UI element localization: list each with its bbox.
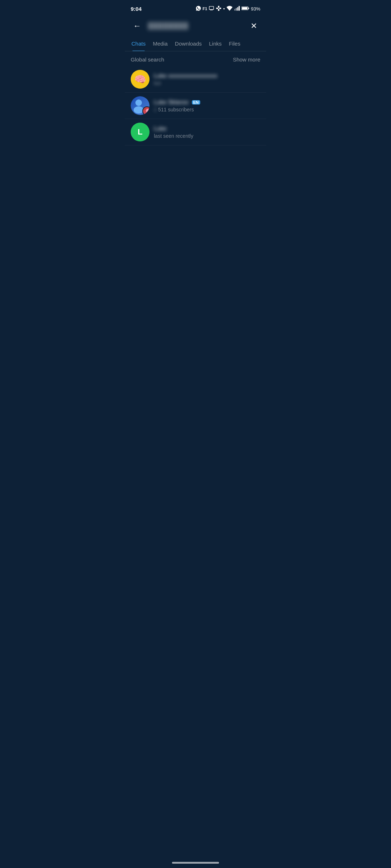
result-sub: 2 511 subscribers: [154, 107, 260, 112]
svg-rect-6: [242, 7, 247, 9]
channel-badge: EN: [192, 100, 200, 105]
dot-icon: •: [223, 6, 225, 12]
status-time: 9:04: [131, 6, 142, 12]
back-button[interactable]: ←: [131, 20, 144, 33]
header: ← ████████ ✕: [125, 16, 266, 36]
result-name: Luke Sklanov EN: [154, 99, 260, 106]
status-bar: 9:04 F1 •: [125, 0, 266, 16]
wifi-icon: [226, 6, 233, 12]
global-search-header: Global search Show more: [125, 51, 266, 66]
list-item[interactable]: 🧠 Luke xxxxxxxxxxxxxxxxx bot: [125, 66, 266, 93]
monitor-icon: [209, 5, 214, 12]
signal-icon: [234, 6, 240, 12]
search-query-display: ████████: [144, 22, 247, 30]
svg-rect-0: [234, 9, 235, 10]
whatsapp-icon: [196, 5, 201, 12]
search-results: 🧠 Luke xxxxxxxxxxxxxxxxx bot: [125, 66, 266, 145]
list-item[interactable]: Luke Sklanov EN 2 511 subscribers: [125, 93, 266, 119]
close-button[interactable]: ✕: [247, 20, 260, 33]
result-sub: last seen recently: [154, 133, 260, 139]
battery-percentage: 93%: [251, 6, 260, 12]
svg-point-9: [146, 109, 150, 112]
status-icons: F1 •: [196, 5, 260, 12]
result-sub: bot: [154, 80, 260, 86]
tab-files[interactable]: Files: [225, 36, 244, 51]
tab-downloads[interactable]: Downloads: [171, 36, 205, 51]
global-search-label: Global search: [131, 56, 164, 63]
svg-point-10: [145, 113, 150, 115]
show-more-button[interactable]: Show more: [233, 56, 260, 63]
svg-rect-2: [237, 7, 238, 10]
result-info: Luke Sklanov EN 2 511 subscribers: [154, 99, 260, 112]
back-icon: ←: [133, 21, 141, 31]
avatar: L: [131, 123, 150, 141]
tab-links[interactable]: Links: [205, 36, 225, 51]
svg-rect-3: [239, 6, 240, 10]
search-tabs: Chats Media Downloads Links Files: [125, 36, 266, 51]
f1-icon: F1: [203, 7, 207, 11]
avatar-emoji: 🧠: [134, 74, 146, 85]
result-name: Luke xxxxxxxxxxxxxxxxx: [154, 73, 260, 79]
close-icon: ✕: [251, 21, 257, 31]
avatar: 🧠: [131, 70, 150, 89]
tab-media[interactable]: Media: [149, 36, 171, 51]
result-info: Luke xxxxxxxxxxxxxxxxx bot: [154, 73, 260, 86]
game-icon: [216, 5, 222, 12]
list-item[interactable]: L Luke last seen recently: [125, 119, 266, 145]
svg-point-7: [135, 99, 142, 106]
svg-rect-1: [236, 8, 237, 10]
result-info: Luke last seen recently: [154, 125, 260, 139]
avatar: [131, 96, 150, 115]
tab-chats[interactable]: Chats: [128, 36, 149, 51]
avatar-letter: L: [138, 127, 142, 137]
battery-icon: [241, 6, 249, 12]
svg-rect-5: [248, 8, 249, 9]
result-name: Luke: [154, 125, 260, 132]
